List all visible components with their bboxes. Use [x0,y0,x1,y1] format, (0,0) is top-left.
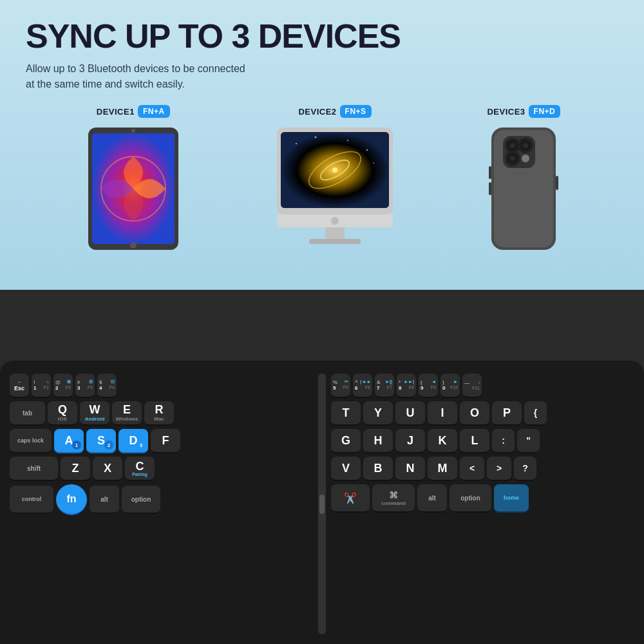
key-q[interactable]: Q iOS [48,401,77,426]
key-greater[interactable]: > [487,457,511,481]
svg-point-13 [373,162,374,164]
key-i[interactable]: I [428,401,457,426]
ghjk-row: G H J K L : " [331,429,634,453]
key-scissors-area[interactable]: ✂️ [331,484,370,513]
key-2-f2[interactable]: @⊞ 2F2 [53,374,73,398]
key-v[interactable]: V [331,457,361,481]
key-shift[interactable]: shift [10,457,58,481]
key-s-blue[interactable]: S 2 [86,429,116,453]
keyboard-section: ~ Esc !⌂ 1F1 @⊞ [0,361,644,644]
key-5-f5[interactable]: %✂ 5F5 [331,374,350,398]
key-alt-right[interactable]: alt [417,484,447,513]
svg-point-33 [522,155,529,162]
key-esc[interactable]: ~ Esc [10,374,29,398]
svg-point-10 [314,137,316,138]
key-colon[interactable]: : [492,429,515,453]
device3-item: DEVICE3 FN+D [485,105,562,253]
key-3-f3[interactable]: #☰ 3F3 [75,374,95,398]
key-capslock[interactable]: caps lock [10,429,52,453]
key-fn[interactable]: fn [56,484,87,515]
device3-label: DEVICE3 FN+D [487,105,560,118]
device3-badge: FN+D [529,105,561,118]
svg-point-32 [510,156,515,161]
device2-image [270,124,399,253]
key-6-f6[interactable]: ^|◄◄ 6F6 [353,374,372,398]
svg-point-26 [510,143,515,148]
keyboard-halves: ~ Esc !⌂ 1F1 @⊞ [10,374,634,634]
svg-rect-35 [489,182,491,195]
svg-point-12 [347,140,348,141]
key-m[interactable]: M [428,457,457,481]
svg-point-16 [332,167,337,173]
key-o[interactable]: O [460,401,489,426]
key-7-f7[interactable]: &►|| 7F7 [375,374,394,398]
device1-label: DEVICE1 FN+A [97,105,170,118]
key-d-blue[interactable]: D 3 [118,429,148,453]
keyboard-left: ~ Esc !⌂ 1F1 @⊞ [10,374,313,634]
key-h[interactable]: H [363,429,393,453]
key-z[interactable]: Z [61,457,90,481]
key-dash-f11[interactable]: —- F11 [462,374,482,398]
subtitle: Allow up to 3 Bluetooth devices to be co… [26,61,618,92]
key-x[interactable]: X [93,457,122,481]
key-w[interactable]: W Android [80,401,109,426]
bottom-row-right: ✂️ ⌘ command alt option home [331,484,634,513]
key-8-f8[interactable]: *►►| 8F8 [397,374,416,398]
fn-row-right: %✂ 5F5 ^|◄◄ 6F6 [331,374,634,398]
tyui-row: T Y U I O P { [331,401,634,426]
key-question[interactable]: ? [514,457,536,481]
iphone-svg [485,124,562,253]
keyboard-right: %✂ 5F5 ^|◄◄ 6F6 [331,374,634,634]
imac-svg [270,124,399,253]
key-u[interactable]: U [395,401,425,426]
key-tab[interactable]: tab [10,401,45,426]
key-e[interactable]: E Windows [112,401,142,426]
page: SYNC UP TO 3 DEVICES Allow up to 3 Bluet… [0,0,644,644]
key-option-left[interactable]: option [122,486,160,514]
main-title: SYNC UP TO 3 DEVICES [26,18,618,55]
key-home[interactable]: home [494,484,529,513]
key-p[interactable]: P [492,401,522,426]
device1-image [82,124,185,253]
key-b[interactable]: B [363,457,393,481]
svg-point-9 [296,143,297,144]
devices-row: DEVICE1 FN+A [26,105,618,253]
key-y[interactable]: Y [363,401,393,426]
top-section: SYNC UP TO 3 DEVICES Allow up to 3 Bluet… [0,0,644,253]
zxcv-row: shift Z X C Pairing [10,457,313,481]
key-alt-left[interactable]: alt [90,486,119,514]
key-a-blue[interactable]: A 1 [54,429,84,453]
key-r[interactable]: R Mac [144,401,174,426]
key-1-f1[interactable]: !⌂ 1F1 [32,374,51,398]
vbnm-row: V B N M < > ? [331,457,634,481]
svg-rect-34 [489,166,491,179]
device2-badge: FN+S [340,105,372,118]
key-control[interactable]: control [10,486,53,514]
svg-point-11 [366,149,368,151]
hinge [318,374,326,634]
svg-point-29 [523,143,528,148]
key-g[interactable]: G [331,429,361,453]
ipad-svg [82,124,185,253]
key-k[interactable]: K [428,429,457,453]
key-9-f9[interactable]: (◄ 9F9 [419,374,438,398]
key-c-pairing[interactable]: C Pairing [125,457,155,481]
key-command[interactable]: ⌘ command [372,484,415,513]
asdf-row: caps lock A 1 S 2 D 3 F [10,429,313,453]
fn-row-left: ~ Esc !⌂ 1F1 @⊞ [10,374,313,398]
key-option-right[interactable]: option [450,484,491,513]
device1-item: DEVICE1 FN+A [82,105,185,253]
key-4-f4[interactable]: $⊡ 4F4 [97,374,117,398]
key-f[interactable]: F [151,429,180,453]
key-t[interactable]: T [331,401,361,426]
key-j[interactable]: J [395,429,425,453]
svg-rect-20 [309,239,361,244]
key-bracket[interactable]: { [524,401,547,426]
device2-item: DEVICE2 FN+S [270,105,399,253]
key-less[interactable]: < [460,457,484,481]
key-l[interactable]: L [460,429,489,453]
key-0-f10[interactable]: )► 0F10 [440,374,460,398]
qwer-row: tab Q iOS W Android E Windows [10,401,313,426]
key-n[interactable]: N [395,457,425,481]
key-quote[interactable]: " [517,429,540,453]
